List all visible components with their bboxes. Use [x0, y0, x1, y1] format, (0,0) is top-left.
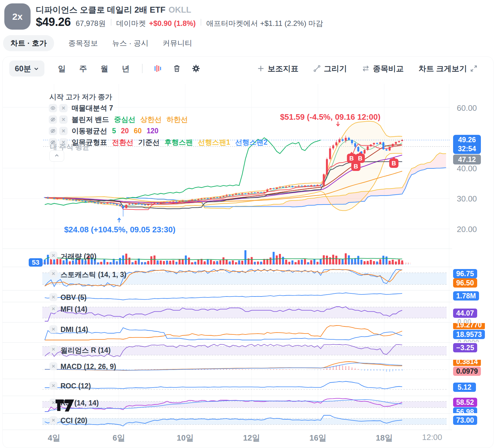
average-price-badge: 47.12 [453, 155, 481, 164]
chevron-up-icon [54, 153, 60, 159]
badge-price: 49.26 [458, 135, 476, 144]
tab-community[interactable]: 커뮤니티 [163, 35, 192, 51]
x-axis-label: 16일 [310, 433, 327, 443]
panel-close-icon[interactable]: × [49, 325, 57, 333]
y-axis-tick: 20.00 [457, 225, 477, 234]
panel-value-badge: 56.98 [453, 407, 477, 413]
day-change: +$0.90 (1.8%) [149, 19, 196, 28]
volume-value-badge: 53 [29, 258, 43, 267]
panel-close-icon[interactable]: × [49, 293, 57, 301]
panel-label-dmi: DMI (14) [60, 326, 88, 334]
legend-series-label: 전환선 [112, 138, 133, 147]
eye-icon[interactable] [49, 104, 57, 112]
y-axis-tick: 60.00 [457, 103, 477, 113]
panel-value: 56.98 [453, 407, 477, 413]
trough-arrow-icon [117, 217, 121, 224]
after-market-text: 애프터마켓에서 +$1.11 (2.2%) 마감 [206, 19, 323, 28]
legend-series-label: 120 [147, 127, 158, 135]
current-price-badge: 49.26 32:54 [453, 135, 481, 154]
panel-value-badge: 5.12 [453, 383, 476, 392]
panel-value-badge: 96.75 [453, 269, 477, 278]
buy-marker: B [351, 162, 361, 171]
panel-value-badge: −3.25 [453, 343, 477, 352]
eye-off-icon[interactable] [49, 115, 57, 124]
eye-off-icon[interactable] [49, 127, 57, 135]
price-krw: 67,978원 [76, 19, 106, 28]
panel-value-badge: 96.50 [453, 278, 477, 288]
legend-series-label: 중심선 [114, 115, 135, 124]
panel-value: 19.2770 [453, 323, 485, 329]
panel-close-icon[interactable]: × [49, 305, 57, 313]
legend-series-label: 하한선 [166, 115, 188, 124]
legend-series-label: 60 [134, 127, 142, 135]
tab-info[interactable]: 종목정보 [68, 35, 98, 51]
day-market-label: 데이마켓 [116, 19, 146, 28]
panel-value-badge: 18.9573 [453, 330, 485, 339]
panel-label-obv: OBV (5) [60, 293, 86, 302]
legend-row-1: ×볼린저 밴드중심선상한선하한선 [49, 115, 188, 124]
close-icon[interactable]: × [59, 104, 68, 112]
panel-label-wil: 윌리엄스 R (14) [60, 346, 110, 355]
panel-value-badge: 19.2770 [453, 323, 485, 329]
panel-label-roc: ROC (12) [60, 382, 91, 390]
peak-annotation: $51.59 (-4.5%, 09.16 12:00) [280, 112, 380, 122]
panel-value: 0.3814 [453, 360, 481, 366]
tab-bar: 차트 · 호가종목정보뉴스 · 공시커뮤니티 [3, 35, 192, 51]
legend-label: 이동평균선 [72, 126, 107, 136]
x-axis-label: 12일 [243, 433, 260, 443]
expand-icon [470, 65, 477, 72]
legend-series-label: 후행스팬 [165, 138, 193, 147]
panel-close-icon[interactable]: × [49, 416, 57, 424]
panel-label-stoch: 스토캐스틱 (14, 1, 3) [60, 270, 126, 280]
tradingview-logo [55, 399, 75, 414]
collapse-average-button[interactable] [49, 150, 64, 162]
panel-close-icon[interactable]: × [49, 382, 57, 390]
legend-label: 볼린저 밴드 [72, 115, 109, 124]
panel-value-badge: 44.07 [453, 309, 477, 318]
legend-label: 매물대분석 7 [72, 103, 113, 113]
x-axis-label: 10일 [177, 433, 194, 443]
x-axis-label: 18일 [376, 433, 393, 443]
close-icon[interactable]: × [59, 127, 68, 135]
legend-series-label: 5 [112, 127, 116, 135]
tab-news[interactable]: 뉴스 · 공시 [112, 35, 148, 51]
divider [201, 19, 201, 26]
legend-series-label: 20 [121, 127, 129, 135]
peak-arrow-icon [336, 121, 340, 128]
ticker-symbol: OKLL [169, 5, 191, 15]
leverage-badge: 2x [4, 3, 31, 30]
y-axis-tick: 30.00 [457, 194, 477, 204]
panel-value-badge: 73.00 [453, 416, 477, 425]
panel-label-vol: 거래량 (20) [60, 252, 96, 261]
panel-subvalue-text: 0.0000 [457, 338, 479, 342]
current-price: $49.26 [36, 15, 71, 29]
panel-close-icon[interactable]: × [49, 270, 57, 278]
panel-label-mfi: MFI (14) [60, 305, 87, 313]
panel-subvalue: 0.0000 [457, 338, 479, 342]
ohlc-legend: 시작 고가 저가 종가 [49, 92, 112, 102]
legend-row-0: ×매물대분석 7 [49, 104, 113, 112]
stock-name: 디파이언스 오클로 데일리 2배 ETF [36, 5, 165, 15]
panel-close-icon[interactable]: × [49, 362, 57, 370]
x-axis-label: 12:00 [422, 433, 442, 442]
panel-value-badge: 58.52 [453, 398, 477, 407]
price-row: $49.26 67,978원 데이마켓 +$0.90 (1.8%) 애프터마켓에… [36, 15, 323, 29]
divider [111, 19, 111, 26]
y-axis-tick: 40.00 [457, 164, 477, 173]
x-axis-label: 4일 [48, 433, 60, 443]
legend-series-label: 선행스팬2 [235, 138, 268, 147]
panel-value-badge: 1.78M [453, 291, 479, 301]
legend-series-label: 선행스팬1 [198, 138, 230, 147]
tab-chart[interactable]: 차트 · 호가 [3, 35, 54, 51]
panel-close-icon[interactable]: × [49, 345, 57, 353]
legend-series-label: 상한선 [140, 115, 161, 124]
buy-marker: B [389, 159, 398, 168]
badge-countdown: 32:54 [458, 144, 476, 153]
page-title: 디파이언스 오클로 데일리 2배 ETFOKLL [36, 4, 191, 15]
panel-value-badge: 0.0979 [453, 367, 481, 376]
legend-series-label: 기준선 [138, 138, 160, 147]
stock-chart-page: 2x 디파이언스 오클로 데일리 2배 ETFOKLL $49.26 67,97… [0, 0, 496, 448]
close-icon[interactable]: × [59, 115, 68, 124]
panel-close-icon[interactable]: × [49, 251, 57, 259]
trough-annotation: $24.08 (+104.5%, 09.05 23:30) [64, 225, 176, 234]
